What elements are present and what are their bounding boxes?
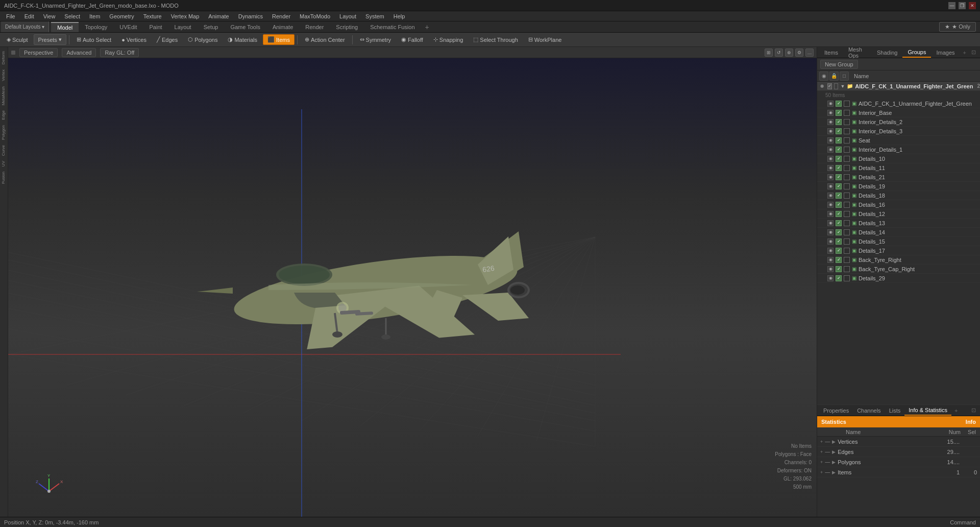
menu-geometry[interactable]: Geometry <box>105 12 138 20</box>
item-select-box[interactable] <box>844 220 850 226</box>
tab-topology[interactable]: Topology <box>79 22 113 32</box>
item-check[interactable]: ✓ <box>836 229 842 235</box>
tab-uvedit[interactable]: UVEdit <box>113 22 143 32</box>
tree-item-2[interactable]: ◉ ✓ ▣ Interior_Details_2 <box>817 117 980 127</box>
lpanel-add-tab[interactable]: + <box>951 406 961 415</box>
item-check[interactable]: ✓ <box>836 266 842 272</box>
edges-button[interactable]: ╱ Edges <box>152 34 182 45</box>
add-tab-button[interactable]: + <box>421 21 433 33</box>
tab-setup[interactable]: Setup <box>198 22 225 32</box>
item-check[interactable]: ✓ <box>836 202 842 208</box>
menu-texture[interactable]: Texture <box>139 12 166 20</box>
item-select-box[interactable] <box>844 275 850 281</box>
item-check[interactable]: ✓ <box>836 183 842 189</box>
menu-maxtomode[interactable]: MaxToModo <box>296 12 334 20</box>
tree-item-13[interactable]: ◉ ✓ ▣ Details_13 <box>817 219 980 228</box>
left-tool-edge[interactable]: Edge <box>1 108 8 122</box>
menu-layout[interactable]: Layout <box>335 12 360 20</box>
rpanel-add-tab[interactable]: + <box>960 48 969 57</box>
item-select-box[interactable] <box>844 165 850 171</box>
lpanel-tab-properties[interactable]: Properties <box>819 406 853 415</box>
item-check[interactable]: ✓ <box>836 119 842 125</box>
tree-item-5[interactable]: ◉ ✓ ▣ Interior_Details_1 <box>817 145 980 154</box>
left-tool-fusion[interactable]: Fusion <box>1 170 8 186</box>
viewport-reset-button[interactable]: ↺ <box>775 49 783 57</box>
rpanel-tab-groups[interactable]: Groups <box>902 47 931 58</box>
lpanel-expand-button[interactable]: ⊡ <box>969 405 978 415</box>
item-check[interactable]: ✓ <box>836 174 842 180</box>
tree-item-1[interactable]: ◉ ✓ ▣ Interior_Base <box>817 108 980 117</box>
item-select-box[interactable] <box>844 202 850 208</box>
tree-item-12[interactable]: ◉ ✓ ▣ Details_12 <box>817 209 980 219</box>
item-vis-icon[interactable]: ◉ <box>827 238 834 245</box>
item-vis-icon[interactable]: ◉ <box>827 229 834 235</box>
item-check[interactable]: ✓ <box>836 128 842 134</box>
auto-select-button[interactable]: ⊞ Auto Select <box>72 34 116 45</box>
close-button[interactable]: ✕ <box>969 2 976 9</box>
window-controls[interactable]: — ❐ ✕ <box>948 2 976 9</box>
viewport-more-button[interactable]: … <box>805 49 814 57</box>
item-check[interactable]: ✓ <box>836 257 842 263</box>
layout-selector[interactable]: Default Layouts ▾ <box>5 24 44 30</box>
item-vis-icon[interactable]: ◉ <box>827 211 834 217</box>
group-select-button[interactable]: □ <box>840 71 849 81</box>
maximize-button[interactable]: ❐ <box>959 2 966 9</box>
menu-dynamics[interactable]: Dynamics <box>234 12 267 20</box>
item-select-box[interactable] <box>844 248 850 254</box>
advanced-button[interactable]: Advanced <box>62 48 96 57</box>
tab-schematic-fusion[interactable]: Schematic Fusion <box>364 22 421 32</box>
group-visibility-button[interactable]: ◉ <box>819 71 828 81</box>
item-vis-icon[interactable]: ◉ <box>827 202 834 208</box>
root-select-box[interactable] <box>834 83 839 89</box>
tree-root-group[interactable]: ◉ ✓ ▼ 📁 AIDC_F_CK_1_Unarmed_Fighter_Jet_… <box>817 82 980 91</box>
item-vis-icon[interactable]: ◉ <box>827 174 834 180</box>
tab-model[interactable]: Model <box>51 22 79 32</box>
lpanel-tab-channels[interactable]: Channels <box>853 406 885 415</box>
snapping-button[interactable]: ⊹ Snapping <box>429 34 468 45</box>
edges-expand-btn[interactable]: + <box>820 449 823 454</box>
menu-view[interactable]: View <box>39 12 60 20</box>
items-expand-btn[interactable]: + <box>820 470 823 475</box>
item-check[interactable]: ✓ <box>836 101 842 107</box>
viewport-menu-button[interactable] <box>11 51 15 55</box>
menu-vertex-map[interactable]: Vertex Map <box>167 12 204 20</box>
menu-edit[interactable]: Edit <box>20 12 38 20</box>
tree-item-11[interactable]: ◉ ✓ ▣ Details_16 <box>817 200 980 209</box>
item-select-box[interactable] <box>844 229 850 235</box>
vertices-arrow-btn[interactable]: ▶ <box>832 439 836 444</box>
tree-item-14[interactable]: ◉ ✓ ▣ Details_14 <box>817 228 980 237</box>
tree-item-0[interactable]: ◉ ✓ ▣ AIDC_F_CK_1_Unarmed_Fighter_Jet_Gr… <box>817 99 980 108</box>
root-visibility-icon[interactable]: ◉ <box>819 82 825 91</box>
menu-select[interactable]: Select <box>60 12 84 20</box>
rpanel-tab-items[interactable]: Items <box>819 48 843 57</box>
item-vis-icon[interactable]: ◉ <box>827 101 834 107</box>
item-select-box[interactable] <box>844 156 850 162</box>
presets-button[interactable]: Presets ▾ <box>34 34 66 45</box>
root-expand-icon[interactable]: ▼ <box>840 84 845 89</box>
items-button[interactable]: ⬛ Items <box>263 34 295 45</box>
item-vis-icon[interactable]: ◉ <box>827 137 834 143</box>
workplane-button[interactable]: ⊟ WorkPlane <box>524 34 567 45</box>
minimize-button[interactable]: — <box>948 2 955 9</box>
left-tool-curve[interactable]: Curve <box>1 143 8 158</box>
viewport[interactable]: Perspective Advanced Ray GL: Off ⊞ ↺ ⊕ ⚙… <box>8 47 817 517</box>
action-center-button[interactable]: ⊕ Action Center <box>300 34 350 45</box>
scene-tree[interactable]: ◉ ✓ ▼ 📁 AIDC_F_CK_1_Unarmed_Fighter_Jet_… <box>817 82 980 404</box>
item-select-box[interactable] <box>844 266 850 272</box>
item-select-box[interactable] <box>844 257 850 263</box>
edges-arrow-btn[interactable]: ▶ <box>832 449 836 454</box>
group-lock-button[interactable]: 🔒 <box>829 71 839 81</box>
left-tool-metamesh[interactable]: MetaMesh <box>1 84 8 107</box>
item-select-box[interactable] <box>844 110 850 116</box>
symmetry-button[interactable]: ⇔ Symmetry <box>355 34 396 45</box>
sculpt-button[interactable]: ◈ Sculpt <box>2 34 33 45</box>
viewport-canvas[interactable]: 626 X <box>8 58 817 517</box>
ray-gl-button[interactable]: Ray GL: Off <box>100 48 139 57</box>
rpanel-tab-mesh-ops[interactable]: Mesh Ops <box>843 45 872 60</box>
left-tool-uv[interactable]: UV <box>1 159 8 169</box>
tab-render[interactable]: Render <box>299 22 330 32</box>
perspective-button[interactable]: Perspective <box>19 48 58 57</box>
item-select-box[interactable] <box>844 211 850 217</box>
item-select-box[interactable] <box>844 238 850 245</box>
item-check[interactable]: ✓ <box>836 275 842 281</box>
